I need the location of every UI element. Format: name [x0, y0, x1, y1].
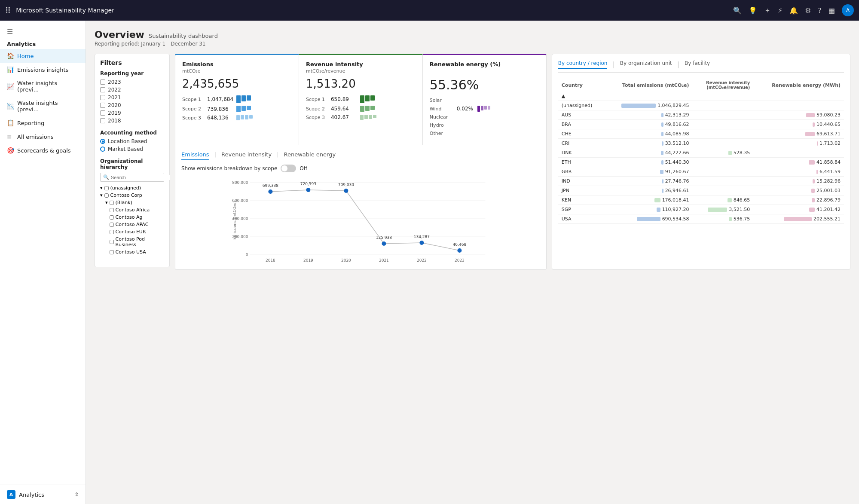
market-based-radio[interactable]: Market Based: [100, 146, 164, 152]
rev-scope2-bars: [360, 106, 375, 112]
year-2022[interactable]: 2022: [100, 87, 164, 93]
checkbox-2022[interactable]: [100, 87, 105, 92]
sidebar: ☰ Analytics 🏠 Home 📊 Emissions insights …: [0, 21, 86, 504]
org-checkbox-contoso-corp[interactable]: [104, 193, 109, 198]
chart-tab-renewable[interactable]: Renewable energy: [284, 151, 336, 160]
reporting-year-filter: Reporting year 2023 2022 2021 2020 2019 …: [100, 70, 164, 124]
sidebar-item-label-scorecards: Scorecards & goals: [17, 147, 71, 154]
kpi-scope3-row: Scope 3 648,136: [182, 115, 292, 121]
bell-icon[interactable]: 🔔: [789, 6, 798, 15]
point-2020[interactable]: [344, 189, 348, 193]
org-checkbox-usa[interactable]: [110, 250, 114, 254]
org-checkbox-unassigned[interactable]: [104, 186, 109, 190]
sidebar-item-emissions[interactable]: 📊 Emissions insights: [0, 63, 86, 76]
year-2018[interactable]: 2018: [100, 118, 164, 124]
sidebar-bottom: A Analytics ⇕: [0, 485, 86, 504]
org-tree: ▾ (unassigned) ▾ Contoso Corp ▾: [100, 184, 164, 256]
org-unassigned[interactable]: ▾ (unassigned): [100, 184, 164, 192]
org-checkbox-eur[interactable]: [110, 230, 114, 234]
tab-org-unit[interactable]: By organization unit: [620, 60, 672, 69]
sidebar-item-reporting[interactable]: 📋 Reporting: [0, 116, 86, 130]
org-search-input[interactable]: [111, 175, 170, 180]
sidebar-item-home[interactable]: 🏠 Home: [0, 49, 86, 63]
point-2018[interactable]: [268, 189, 272, 194]
toggle-label: Show emissions breakdown by scope: [181, 165, 277, 171]
page-header: Overview Sustainability dashboard Report…: [95, 29, 850, 47]
radio-market[interactable]: [100, 147, 105, 152]
app-grid-icon[interactable]: ⠿: [5, 6, 11, 15]
sidebar-item-label-waste: Waste insights (previ...: [17, 100, 79, 113]
org-indent-usa: ▾ Contoso USA: [100, 248, 164, 256]
year-2020[interactable]: 2020: [100, 102, 164, 108]
point-2019[interactable]: [306, 188, 310, 192]
chart-tab-emissions[interactable]: Emissions: [181, 151, 209, 160]
org-blank[interactable]: ▾ (Blank): [105, 199, 164, 206]
checkbox-2018[interactable]: [100, 118, 105, 123]
location-based-radio[interactable]: Location Based: [100, 138, 164, 144]
user-avatar[interactable]: A: [842, 4, 854, 16]
scope1-bars: [236, 95, 251, 103]
reporting-period: Reporting period: January 1 - December 3…: [95, 41, 850, 47]
year-2019[interactable]: 2019: [100, 110, 164, 116]
checkbox-2020[interactable]: [100, 103, 105, 108]
accounting-method-filter: Accounting method Location Based Market …: [100, 130, 164, 152]
hamburger-icon[interactable]: ☰: [7, 27, 13, 36]
emissions-icon: 📊: [7, 66, 14, 73]
filter-icon[interactable]: ⚡: [778, 6, 783, 15]
svg-text:46,468: 46,468: [453, 242, 467, 247]
point-2023[interactable]: [457, 248, 462, 253]
sidebar-item-all-emissions[interactable]: ≡ All emissions: [0, 130, 86, 144]
org-contoso-corp[interactable]: ▾ Contoso Corp: [100, 192, 164, 199]
kpi-renewable-card: Renewable energy (%) - 55.36% Solar: [423, 54, 547, 145]
plus-icon[interactable]: ＋: [764, 6, 771, 15]
toggle-knob: [281, 165, 287, 171]
tab-facility[interactable]: By facility: [685, 60, 710, 69]
country-cell: USA: [558, 214, 603, 224]
scope-toggle[interactable]: [281, 165, 296, 172]
org-checkbox-blank[interactable]: [110, 201, 114, 205]
analytics-badge: A: [7, 490, 15, 499]
kpi-rev-scope3-row: Scope 3 402.67: [306, 114, 416, 120]
search-icon[interactable]: 🔍: [733, 6, 742, 15]
help-icon[interactable]: ?: [818, 6, 822, 15]
org-checkbox-pod[interactable]: [110, 240, 114, 244]
table-row: USA 690,534.58 536.75 202,555.21: [558, 214, 844, 224]
org-search-icon: 🔍: [103, 174, 109, 180]
table-row: DNK 44,222.66 528.35: [558, 148, 844, 158]
org-apac[interactable]: ▾ Contoso APAC: [105, 221, 164, 228]
settings-icon[interactable]: ⚙: [805, 6, 811, 15]
org-ag[interactable]: ▾ Contoso Ag: [105, 214, 164, 221]
org-usa[interactable]: ▾ Contoso USA: [105, 248, 164, 256]
year-2021[interactable]: 2021: [100, 95, 164, 101]
main-panels: Filters Reporting year 2023 2022 2021 20…: [95, 54, 850, 270]
main-content: Overview Sustainability dashboard Report…: [86, 21, 859, 504]
sidebar-item-scorecards[interactable]: 🎯 Scorecards & goals: [0, 144, 86, 157]
kpi-emissions-value: 2,435,655: [182, 77, 292, 90]
checkbox-2021[interactable]: [100, 95, 105, 100]
sidebar-item-water[interactable]: 📈 Water insights (previ...: [0, 76, 86, 96]
revenue-cell: [693, 120, 754, 129]
chart-tab-revenue[interactable]: Revenue intensity: [221, 151, 272, 160]
accounting-label: Accounting method: [100, 130, 164, 136]
revenue-cell: [693, 177, 754, 186]
expand-icon[interactable]: ⇕: [74, 492, 79, 498]
org-search-box[interactable]: 🔍: [100, 173, 164, 182]
sidebar-toggle-icon[interactable]: ▦: [828, 6, 835, 15]
org-eur[interactable]: ▾ Contoso EUR: [105, 228, 164, 235]
radio-location[interactable]: [100, 139, 105, 144]
org-checkbox-ag[interactable]: [110, 215, 114, 220]
org-pod[interactable]: ▾ Contoso Pod Business: [105, 235, 164, 248]
checkbox-2019[interactable]: [100, 110, 105, 116]
tab-country-region[interactable]: By country / region: [558, 60, 608, 69]
year-2023[interactable]: 2023: [100, 79, 164, 85]
point-2021[interactable]: [382, 241, 386, 246]
country-cell: IND: [558, 177, 603, 186]
lightbulb-icon[interactable]: 💡: [749, 6, 757, 15]
sidebar-item-waste[interactable]: 📉 Waste insights (previ...: [0, 96, 86, 116]
sidebar-bottom-analytics[interactable]: A Analytics ⇕: [7, 490, 79, 499]
org-checkbox-africa[interactable]: [110, 208, 114, 212]
org-africa[interactable]: ▾ Contoso Africa: [105, 206, 164, 214]
checkbox-2023[interactable]: [100, 79, 105, 85]
point-2022[interactable]: [419, 241, 424, 245]
org-checkbox-apac[interactable]: [110, 223, 114, 227]
